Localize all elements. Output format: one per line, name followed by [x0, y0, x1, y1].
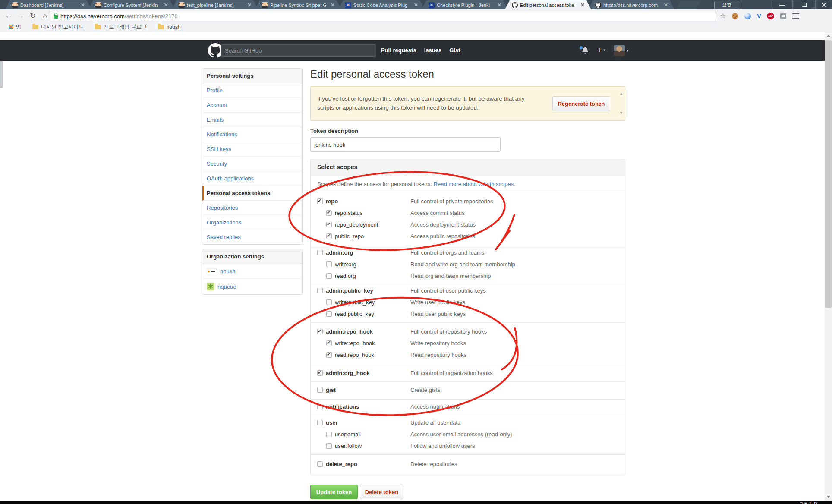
forward-icon[interactable]: →	[16, 11, 26, 21]
sidebar-item-organizations[interactable]: Organizations	[202, 215, 302, 230]
scrollbar-up-icon[interactable]	[825, 32, 832, 39]
cookie-extension-icon[interactable]	[732, 13, 738, 19]
browser-tab[interactable]: Dashboard [Jenkins]	[5, 0, 91, 9]
nav-gist[interactable]: Gist	[449, 47, 460, 54]
checkbox[interactable]	[326, 352, 332, 358]
user-menu[interactable]: ▾	[614, 45, 629, 56]
sidebar-item-profile[interactable]: Profile	[202, 83, 302, 98]
address-bar[interactable]: https://oss.navercorp.com/settings/token…	[50, 11, 716, 21]
https-padlock-icon[interactable]	[54, 15, 58, 19]
create-new-icon[interactable]: + ▾	[598, 46, 605, 54]
tab-close-icon[interactable]	[497, 3, 501, 7]
token-description-input[interactable]	[310, 137, 501, 152]
sidebar-item-emails[interactable]: Emails	[202, 113, 302, 127]
bookmark-folder[interactable]: 디자인 참고사이트	[29, 23, 87, 31]
checkbox[interactable]	[317, 461, 323, 467]
reload-icon[interactable]: ↻	[28, 11, 38, 21]
bookmark-folder[interactable]: npush	[154, 24, 184, 30]
back-icon[interactable]: ←	[3, 11, 14, 21]
checkbox[interactable]	[317, 329, 323, 334]
checkbox[interactable]	[317, 198, 323, 204]
checkbox[interactable]	[317, 288, 323, 293]
page-scrollbar[interactable]	[825, 32, 832, 501]
bookmark-folder[interactable]: 프로그래밍 블로그	[91, 23, 150, 31]
menu-title: Personal settings	[202, 69, 302, 83]
chrome-menu-icon[interactable]	[792, 13, 799, 19]
scope-group-admin-repo-hook: admin:repo_hookFull control of repositor…	[311, 323, 625, 365]
checkbox[interactable]	[317, 370, 323, 376]
browser-tab[interactable]: Edit personal access toke	[505, 0, 591, 9]
close-button[interactable]	[815, 0, 832, 9]
sidebar-item-notifications[interactable]: Notifications	[202, 127, 302, 142]
browser-profile-button[interactable]: 오창	[714, 1, 739, 9]
nav-pull-requests[interactable]: Pull requests	[381, 47, 416, 54]
sidebar-item-personal-access-tokens[interactable]: Personal access tokens	[202, 186, 302, 201]
oauth-scopes-link[interactable]: Read more about OAuth scopes.	[434, 181, 515, 187]
checkbox[interactable]	[326, 299, 332, 305]
tab-close-icon[interactable]	[247, 3, 251, 7]
checkbox[interactable]	[326, 432, 332, 437]
checkbox[interactable]	[326, 340, 332, 346]
globe-extension-icon[interactable]	[744, 13, 751, 19]
browser-tab[interactable]: https://oss.navercorp.com	[588, 0, 674, 9]
npush-logo-icon	[207, 268, 217, 274]
checkbox[interactable]	[326, 210, 332, 216]
browser-tab[interactable]: Checkstyle Plugin - Jenki	[422, 0, 508, 9]
sidebar-item-oauth-applications[interactable]: OAuth applications	[202, 171, 302, 186]
delete-token-button[interactable]: Delete token	[360, 485, 403, 499]
browser-tab[interactable]: Pipeline Syntax: Snippet G	[255, 0, 341, 9]
notifications-bell-icon[interactable]	[580, 47, 590, 54]
checkbox[interactable]	[326, 443, 332, 449]
sidebar-item-account[interactable]: Account	[202, 98, 302, 113]
minimize-button[interactable]	[772, 0, 793, 9]
v3-extension-icon[interactable]: V	[757, 13, 761, 19]
checkbox[interactable]	[317, 387, 323, 393]
sidebar-item-saved-replies[interactable]: Saved replies	[202, 230, 302, 244]
scope-group-admin-org-hook: admin:org_hookFull control of organizati…	[311, 365, 625, 382]
bookmark-star-icon[interactable]: ☆	[720, 11, 726, 21]
browser-tab[interactable]: test_pipeline [Jenkins]	[172, 0, 258, 9]
search-input[interactable]	[221, 44, 376, 57]
checkbox[interactable]	[326, 273, 332, 279]
browser-tab[interactable]: Configure System [Jenkin	[88, 0, 175, 9]
tab-close-icon[interactable]	[331, 3, 334, 7]
checkbox[interactable]	[317, 404, 323, 410]
tab-close-icon[interactable]	[414, 3, 418, 7]
form-actions: Update token Delete token	[310, 485, 403, 499]
checkbox[interactable]	[317, 250, 323, 255]
analysis-plugin-favicon	[345, 2, 351, 8]
scroll-up-icon[interactable]: ▲	[619, 89, 623, 98]
tab-close-icon[interactable]	[164, 3, 168, 7]
scrollbar-thumb[interactable]	[825, 40, 832, 308]
home-icon[interactable]: ⌂	[40, 11, 50, 21]
sidebar-item-npush[interactable]: npush	[202, 264, 302, 279]
checkbox[interactable]	[326, 261, 332, 267]
github-header: Pull requests Issues Gist + ▾ ▾	[0, 40, 832, 61]
update-token-button[interactable]: Update token	[310, 485, 358, 499]
tab-close-icon[interactable]	[81, 3, 85, 7]
analysis-plugin-favicon	[429, 2, 435, 8]
new-tab-button[interactable]	[677, 1, 700, 9]
tab-close-icon[interactable]	[664, 3, 668, 7]
apps-shortcut[interactable]: 앱	[5, 23, 25, 31]
select-scopes-panel: Select scopes Scopes define the access f…	[310, 159, 625, 475]
tab-close-icon[interactable]	[580, 3, 584, 7]
checkbox[interactable]	[326, 233, 332, 239]
github-logo-icon[interactable]	[208, 43, 223, 58]
scroll-down-icon[interactable]: ▼	[619, 109, 623, 118]
checkbox[interactable]	[317, 420, 323, 425]
checkbox[interactable]	[326, 222, 332, 227]
nav-issues[interactable]: Issues	[424, 47, 441, 54]
sidebar-item-security[interactable]: Security	[202, 157, 302, 171]
checkbox[interactable]	[326, 311, 332, 317]
sidebar-item-repositories[interactable]: Repositories	[202, 201, 302, 215]
restore-button[interactable]	[794, 0, 814, 9]
browser-tab[interactable]: Static Code Analysis Plug	[338, 0, 425, 9]
extension-icon[interactable]	[780, 13, 786, 19]
regenerate-token-button[interactable]: Regenerate token	[552, 96, 610, 111]
adblock-plus-icon[interactable]: ABP	[767, 13, 774, 19]
scrollbar-down-icon[interactable]	[825, 493, 832, 501]
sidebar-item-ssh-keys[interactable]: SSH keys	[202, 142, 302, 157]
sidebar-item-nqueue[interactable]: ✱nqueue	[202, 279, 302, 294]
scope-row: write:public_keyWrite user public keys	[317, 297, 618, 309]
